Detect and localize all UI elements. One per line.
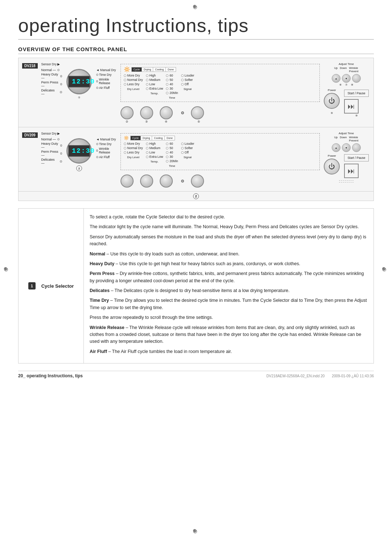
dv218-knob-2 <box>140 106 153 119</box>
power-button[interactable]: ⏻ <box>324 93 340 109</box>
adjust-down-button[interactable]: ▼ <box>342 74 351 83</box>
start-pause-button[interactable]: Start / Pause <box>344 90 368 97</box>
dry-level-group: More Dry Normal Dry Less Dry Dry Level <box>124 74 143 99</box>
dv209-skip-button[interactable]: ⏭ <box>344 164 359 178</box>
skip-button[interactable]: ⏭ <box>344 99 359 114</box>
dv209-adjust-time-section: Adjust Time Up Down WrinklePrevent ▲ ▼ <box>332 132 361 152</box>
dv209-cycle-tab-cooling[interactable]: Cooling <box>152 136 165 140</box>
dv209-panel-row: DV209 Sensor Dry ▶ Normal — Heavy Duty — <box>19 127 373 192</box>
dv209-cycle-label-heavy: Heavy Duty — <box>41 142 62 149</box>
time-title: Time <box>166 96 178 99</box>
dv209-cycle-label-delicates: Delicates — <box>41 158 62 165</box>
dv209-adjust-time-label: Adjust Time <box>339 132 354 135</box>
reg-mark-bottom: ⊕ <box>193 528 199 534</box>
wrinkle-prevent-button[interactable] <box>352 74 361 83</box>
dv209-left-panel: Sensor Dry ▶ Normal — Heavy Duty — <box>41 132 118 171</box>
desc-para-10: Wrinkle Release – The Wrinkle Release cy… <box>90 324 368 345</box>
dv209-signal-title: Signal <box>181 156 194 159</box>
page-footer: 20_ operating Instructions, tips DV218AE… <box>18 371 374 378</box>
desc-para-6: Perm Press – Dry wrinkle-free cottons, s… <box>90 270 368 284</box>
dv209-knob-time[interactable] <box>160 174 173 188</box>
dv209-down-label: Down <box>340 136 347 142</box>
adjust-time-label: Adjust Time <box>339 62 354 66</box>
cycle-tab-done[interactable]: Done <box>166 67 176 71</box>
section-heading: OVERVIEW OF THE CONTROL PANEL <box>18 46 374 54</box>
bottom-content-section: 1 Cycle Selector To select a cycle, rota… <box>18 208 374 364</box>
adjust-up-button[interactable]: ▲ <box>332 74 340 83</box>
dv209-power-button[interactable]: ⏻ <box>324 159 340 174</box>
cycle-selector-title: Cycle Selector <box>41 283 74 289</box>
dv218-knob-row: ⚙ <box>121 106 320 119</box>
dv209-dry-level-title: Dry Level <box>124 156 143 159</box>
manual-dry-label: ◄ Manual Dry <box>96 68 118 72</box>
knob-label-2: ② <box>121 120 134 123</box>
dv209-power-section: Power ⏻ <box>324 154 340 174</box>
time-knob[interactable] <box>160 106 173 119</box>
desc-para-9: Press the arrow repeatedly to scroll thr… <box>90 314 368 321</box>
cycle-tab-cooling[interactable]: Cooling <box>153 67 166 71</box>
dv209-time-group: 60 50 40 30 20Min Time <box>166 142 178 168</box>
dv209-sensor-dry-label: Sensor Dry ▶ <box>41 132 60 135</box>
dv218-cycle-tabs: Cycle Drying Cooling Done <box>131 67 176 72</box>
dv209-knob-signal[interactable] <box>191 174 204 188</box>
time-group: 60 50 40 30 20Min Time <box>166 74 178 99</box>
dv209-temp-group: High Medium Low Extra Low Temp. <box>146 142 163 168</box>
num-label-6: ⑥ <box>339 83 342 86</box>
dv209-wrinkle-prevent-button[interactable] <box>352 143 361 152</box>
dv209-cycle-tab-done[interactable]: Done <box>165 136 175 140</box>
dv218-right-controls: Adjust Time Up Down WrinklePrevent ▲ ▼ ⑥… <box>323 62 370 117</box>
power-section: Power ⏻ <box>324 89 340 109</box>
knob-label-4: ④ <box>160 120 173 123</box>
page-title: operating Instructions, tips <box>18 15 374 40</box>
dv209-manual-dry-label: ◄ Manual Dry <box>96 137 118 141</box>
dv209-knob-temp[interactable] <box>140 174 153 188</box>
knob-label-5: ⑤ <box>192 120 205 123</box>
dv209-knob-row: ⚙ <box>121 174 320 188</box>
dv209-time-display: 12:30 <box>68 145 90 157</box>
cycle-tab-cycle[interactable]: Cycle <box>132 67 142 71</box>
dv218-knob-4 <box>191 106 204 119</box>
dv209-temp-title: Temp. <box>146 160 163 163</box>
dv209-cycle-dial[interactable]: 12:30 <box>66 138 92 164</box>
dry-level-knob[interactable] <box>121 106 134 119</box>
signal-knob[interactable] <box>191 106 204 119</box>
dv209-adjust-down-button[interactable]: ▼ <box>342 143 351 152</box>
dv218-options-row: More Dry Normal Dry Less Dry Dry Level H… <box>124 74 317 99</box>
footer-file: DV218AEW-02568A-02_EN.indd 20 <box>266 374 324 378</box>
adjust-time-section: Adjust Time Up Down WrinklePrevent ▲ ▼ ⑥… <box>332 62 361 86</box>
power-label: Power <box>328 89 336 92</box>
sensor-dry-label: Sensor Dry ▶ <box>41 62 60 66</box>
temp-title: Temp. <box>146 92 163 95</box>
cycle-selector-label-col: 1 Cycle Selector <box>19 209 84 363</box>
num-label-10: ⑩ <box>344 114 368 117</box>
dv209-num-2-label <box>339 180 354 182</box>
signal-group: Louder Softer Off Signal <box>181 74 194 99</box>
num-label-8: ⑧ <box>351 83 353 86</box>
dv209-start-pause-button[interactable]: Start / Pause <box>344 154 368 161</box>
dv209-cycle-tab-cycle[interactable]: Cycle <box>131 136 141 140</box>
cycle-label-normal: Normal — <box>41 68 62 72</box>
dv209-badge: DV209 <box>22 132 38 138</box>
dv218-knob-1 <box>121 106 134 119</box>
temp-knob[interactable] <box>140 106 153 119</box>
dv218-cycle-dial[interactable]: 12:30 <box>66 69 92 94</box>
cycle-label-heavy: Heavy Duty — <box>41 73 62 80</box>
down-label: Down <box>340 66 347 73</box>
dv209-cycle-tab-drying[interactable]: Drying <box>141 136 152 140</box>
bottom-num-2: 2 <box>193 193 199 199</box>
dv209-wrinkle-prevent-label: WrinklePrevent <box>349 136 358 142</box>
dv218-badge: DV218 <box>22 63 38 69</box>
dv209-up-label: Up <box>334 136 338 142</box>
dv209-signal-group: Louder Softer Off Signal <box>181 142 194 168</box>
reg-mark-right: ⊕ <box>382 266 388 272</box>
temp-group: High Medium Low Extra Low Temp. <box>146 74 163 99</box>
more-dry-label: More Dry <box>127 74 140 77</box>
signal-title: Signal <box>181 87 194 91</box>
dv209-knob-dry[interactable] <box>121 174 134 188</box>
dv209-adjust-up-button[interactable]: ▲ <box>332 143 340 152</box>
dry-level-title: Dry Level <box>124 87 143 91</box>
cycle-tab-drying[interactable]: Drying <box>142 67 153 71</box>
desc-para-3: Sensor Dry automatically senses the mois… <box>90 234 368 248</box>
dv218-panel-row: DV218 Sensor Dry ▶ Normal — Heavy Duty — <box>19 58 373 127</box>
desc-para-1: To select a cycle, rotate the Cycle Sele… <box>90 214 368 221</box>
